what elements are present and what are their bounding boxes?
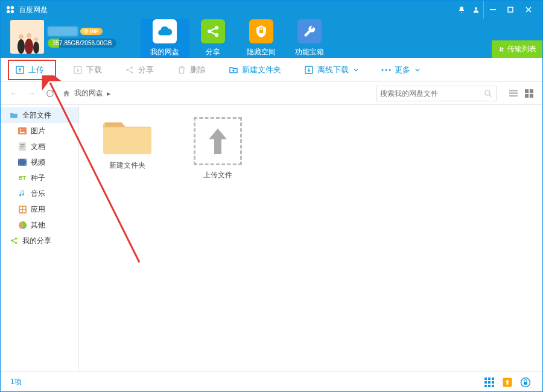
header: ♔VIP 357.85GB/2056.00GB 我的网盘 分享 隐藏空间 功能宝… bbox=[1, 19, 542, 58]
share-button[interactable]: 分享 bbox=[119, 62, 160, 78]
svg-point-27 bbox=[485, 90, 490, 95]
status-upload-icon[interactable] bbox=[500, 375, 515, 390]
svg-point-10 bbox=[33, 42, 39, 54]
nav-label: 分享 bbox=[206, 47, 220, 57]
svg-rect-28 bbox=[509, 89, 518, 91]
svg-rect-62 bbox=[488, 385, 491, 387]
svg-point-3 bbox=[11, 10, 14, 13]
search-box[interactable] bbox=[376, 86, 497, 101]
sidebar-item-apps[interactable]: 应用 bbox=[1, 201, 78, 217]
svg-point-26 bbox=[389, 69, 391, 71]
search-input[interactable] bbox=[380, 89, 484, 98]
svg-rect-56 bbox=[488, 378, 491, 380]
minimize-button[interactable] bbox=[483, 1, 501, 19]
app-icon bbox=[17, 205, 27, 213]
notification-icon[interactable] bbox=[454, 6, 469, 13]
sidebar-item-music[interactable]: 音乐 bbox=[1, 186, 78, 201]
svg-rect-30 bbox=[509, 95, 518, 96]
home-icon bbox=[62, 89, 71, 98]
svg-rect-17 bbox=[259, 30, 263, 33]
share-green-icon bbox=[9, 236, 19, 245]
user-profile[interactable]: ♔VIP 357.85GB/2056.00GB bbox=[10, 20, 116, 54]
svg-rect-58 bbox=[484, 381, 487, 384]
bt-icon: BT bbox=[17, 174, 27, 182]
svg-rect-61 bbox=[484, 385, 487, 387]
sidebar-item-images[interactable]: 图片 bbox=[1, 123, 78, 139]
svg-point-36 bbox=[20, 129, 21, 130]
offline-download-button[interactable]: 离线下载 bbox=[298, 62, 364, 78]
new-folder-icon bbox=[229, 65, 238, 75]
status-lock-icon[interactable] bbox=[518, 375, 533, 390]
svg-rect-48 bbox=[23, 206, 25, 209]
svg-rect-29 bbox=[509, 92, 518, 94]
list-view-button[interactable] bbox=[507, 87, 519, 100]
svg-rect-31 bbox=[525, 89, 529, 93]
delete-button[interactable]: 删除 bbox=[171, 62, 212, 78]
nav-tab-mydisk[interactable]: 我的网盘 bbox=[141, 19, 189, 58]
upload-icon bbox=[15, 65, 25, 75]
user-menu-icon[interactable] bbox=[469, 6, 483, 13]
sidebar-item-myshare[interactable]: 我的分享 bbox=[1, 233, 78, 248]
svg-rect-39 bbox=[21, 146, 25, 147]
sidebar-item-video[interactable]: 视频 bbox=[1, 154, 78, 170]
svg-point-25 bbox=[386, 69, 387, 71]
svg-rect-34 bbox=[530, 93, 533, 97]
sidebar-item-bt[interactable]: BT 种子 bbox=[1, 170, 78, 186]
maximize-button[interactable] bbox=[501, 1, 519, 19]
svg-point-20 bbox=[126, 69, 128, 71]
upload-file-item[interactable]: 上传文件 bbox=[188, 117, 248, 180]
status-grid-icon[interactable] bbox=[482, 375, 497, 390]
forward-button[interactable]: → bbox=[26, 89, 38, 98]
doc-icon bbox=[17, 142, 27, 151]
sidebar-item-docs[interactable]: 文档 bbox=[1, 139, 78, 154]
download-button[interactable]: 下载 bbox=[67, 62, 108, 78]
svg-point-4 bbox=[475, 7, 477, 10]
nav-tab-share[interactable]: 分享 bbox=[189, 19, 237, 58]
svg-rect-55 bbox=[484, 378, 487, 380]
svg-point-11 bbox=[19, 34, 24, 39]
chevron-right-icon: ▸ bbox=[107, 89, 110, 98]
folder-icon bbox=[9, 111, 19, 119]
svg-point-24 bbox=[382, 69, 384, 71]
nav-tab-hidden[interactable]: 隐藏空间 bbox=[237, 19, 285, 58]
upload-button[interactable]: 上传 bbox=[8, 60, 56, 80]
refresh-button[interactable] bbox=[44, 89, 56, 98]
grid-view-button[interactable] bbox=[523, 87, 535, 100]
back-button[interactable]: ← bbox=[8, 89, 20, 98]
transfer-list-button[interactable]: 传输列表 bbox=[492, 40, 542, 58]
file-area: 新建文件夹 上传文件 bbox=[79, 105, 542, 371]
search-icon[interactable] bbox=[484, 89, 492, 98]
sidebar-item-other[interactable]: 其他 bbox=[1, 217, 78, 233]
share-icon bbox=[125, 65, 135, 75]
folder-item[interactable]: 新建文件夹 bbox=[97, 117, 157, 171]
svg-rect-60 bbox=[492, 381, 494, 384]
item-count: 1项 bbox=[10, 377, 22, 387]
svg-rect-5 bbox=[490, 9, 496, 10]
svg-rect-38 bbox=[21, 144, 25, 145]
upload-label: 上传文件 bbox=[203, 170, 232, 180]
svg-point-0 bbox=[7, 6, 10, 9]
video-icon bbox=[17, 158, 27, 166]
sidebar: 全部文件 图片 文档 视频 BT 种子 音乐 应用 其他 bbox=[1, 105, 79, 371]
nav-tab-toolbox[interactable]: 功能宝箱 bbox=[285, 19, 334, 58]
sidebar-item-all-files[interactable]: 全部文件 bbox=[1, 107, 78, 123]
svg-rect-63 bbox=[492, 385, 494, 387]
toolbar: 上传 下载 分享 删除 新建文件夹 离线下载 更多 bbox=[1, 58, 542, 82]
svg-rect-33 bbox=[525, 93, 529, 97]
svg-point-22 bbox=[131, 71, 133, 73]
svg-rect-57 bbox=[492, 378, 494, 380]
svg-point-2 bbox=[7, 10, 10, 13]
trash-icon bbox=[177, 65, 186, 75]
other-icon bbox=[17, 221, 27, 229]
close-button[interactable] bbox=[519, 1, 538, 19]
svg-rect-59 bbox=[488, 381, 491, 384]
new-folder-button[interactable]: 新建文件夹 bbox=[223, 62, 287, 78]
offline-icon bbox=[304, 65, 314, 75]
svg-point-9 bbox=[25, 39, 33, 54]
svg-rect-43 bbox=[19, 165, 19, 165]
more-button[interactable]: 更多 bbox=[375, 62, 426, 78]
svg-point-21 bbox=[131, 66, 133, 68]
breadcrumb[interactable]: 我的网盘 ▸ bbox=[62, 88, 370, 98]
username-blurred bbox=[48, 27, 78, 36]
title-bar: 百度网盘 bbox=[1, 1, 542, 19]
